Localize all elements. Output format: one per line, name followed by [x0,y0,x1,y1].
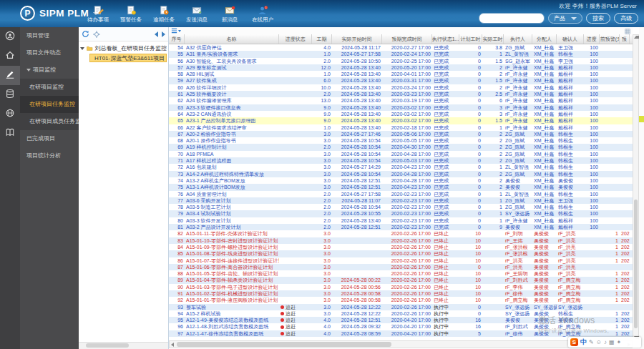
ime-emoji-icon[interactable]: ☺ [596,337,602,348]
rail-item-book[interactable] [0,124,20,143]
table-row[interactable]: 66A22 客户软件需求冻结评审1.02024-05-28 13:402020-… [169,124,633,131]
rail-item-home[interactable] [0,46,20,66]
task-name-link[interactable]: A23-3 软硬件接口信息表 [185,104,279,111]
table-row[interactable]: 92A15-01-01-零部件-液压阀板设计验证计划3.02024-05-28 … [169,297,633,303]
vertical-scroll-thumb[interactable] [634,200,638,328]
table-row[interactable]: 68A20-1 操作作业指导书3.02024-05-28 10:542020-0… [169,137,633,144]
table-row[interactable]: 90A15-01-03-零部件-电子进型设计验证计划3.02024-05-28 … [169,284,633,290]
task-name-link[interactable]: A12-1-47-徐伟冻结负责数模及图纸 [185,330,279,337]
task-name-link[interactable]: A20-2 检验作业指导书 [185,131,279,137]
task-name-link[interactable]: A32 供应商评估 [185,44,279,51]
task-name-link[interactable]: A15-01-01-零部件-液压阀板设计验证计划 [185,297,279,303]
task-name-link[interactable]: A03-2 产品设计开发计划 [185,224,279,230]
table-row[interactable]: 83A15-01-10-零部件-密封进型设计验证计划3.02020-02-26 … [169,237,633,244]
task-name-link[interactable]: A25 软件概要设计 [185,91,279,97]
rail-item-network[interactable] [0,104,20,124]
task-name-link[interactable]: A03-5 制造工艺计划 [185,204,279,210]
task-name-link[interactable]: A27 软件集成 [185,77,279,84]
column-header[interactable]: 预期完成时间 [382,34,432,44]
table-row[interactable]: 70A18 PFMEA3.02024-05-28 10:542020-04-28… [169,151,633,157]
column-header[interactable]: 实际工时 [482,34,504,44]
search-button[interactable]: 搜索 [586,13,610,24]
table-row[interactable]: 76A04 质量管理计划2.02024-05-27 17:582020-02-2… [169,191,633,197]
task-name-link[interactable]: A22 客户软件需求冻结评审 [185,124,279,131]
sidebar-item-project-management[interactable]: 项目管理 [20,27,79,44]
rail-item-database[interactable] [0,85,20,104]
column-header[interactable]: 序号 [169,34,185,44]
rail-item-edit[interactable] [0,66,20,85]
task-name-link[interactable]: A15-2 样机试验 [185,310,279,317]
search-category-select[interactable]: 产品 [548,13,582,24]
table-row[interactable]: 86A15-01-07-零部件-连接件进型设计验证计划3.02020-02-26… [169,257,633,264]
table-row[interactable]: 65A23-1 产品控制单元接口原理图9.02024-05-28 13:4020… [169,117,633,124]
horizontal-scroll-thumb[interactable] [177,342,391,347]
table-row[interactable]: 69A19 样机控制计划2.02024-05-28 10:542020-04-3… [169,144,633,150]
table-row[interactable]: 73A14-2 A样机过程特殊特性清单发放3.02024-05-28 10:54… [169,171,633,177]
table-row[interactable]: 77A03-6 采购开发计划2.02024-05-28 11:072020-02… [169,197,633,204]
header-tool-send-message[interactable]: 发送消息 [183,4,210,24]
task-name-link[interactable]: A16 包装规划 [185,164,279,170]
task-name-link[interactable]: A12-1-49-吴俊俊冻结总装数模及图纸 [185,317,279,323]
sidebar-item-project-statistics[interactable]: 项目统计分析 [20,147,79,164]
ime-keyboard-icon[interactable]: ▦ [609,337,615,348]
column-header[interactable]: 名称 [185,34,279,44]
table-row[interactable]: 63A23-3 软硬件接口信息表9.02024-05-28 13:402020-… [169,104,633,111]
table-row[interactable]: 84A15-01-09-零部件-螺栓进型设计验证计划3.02020-02-26 … [169,244,633,250]
task-name-link[interactable]: A19 样机控制计划 [185,144,279,150]
sidebar-item-project-file-activity[interactable]: 项目文件动态 [20,44,79,62]
header-tool-overdue-tasks[interactable]: 逾期任务 [150,4,177,24]
table-row[interactable]: 57A29 整车标定测试12.02024-05-28 13:402020-05-… [169,64,633,71]
advanced-search-button[interactable]: 高级 [614,13,638,24]
task-name-link[interactable]: A15-01-07-零部件-连接件进型设计验证计划 [185,257,279,264]
task-name-link[interactable]: A14-2 A样机过程特殊特性清单发放 [185,171,279,177]
table-row[interactable]: 81A03-2 产品设计开发计划2.02024-05-28 12:512020-… [169,224,633,230]
column-header[interactable]: 确认人 [557,34,584,44]
ime-tools-icon[interactable]: ✦ [616,337,621,348]
table-row[interactable]: 88A15-01-05-零部件-齿轮、轴设计验证计划3.02020-02-26 … [169,270,633,277]
table-row[interactable]: 74A13-2 A样机生产BOM发放3.02024-05-28 12:51202… [169,177,633,184]
task-name-link[interactable]: A23-1 产品控制单元接口原理图 [185,117,279,124]
task-name-link[interactable]: A13-2 A样机生产BOM发放 [185,177,279,184]
tree-expand-icon[interactable] [80,47,84,50]
task-name-link[interactable]: A17 样机过程流程图 [185,157,279,164]
column-header[interactable]: 工期 [312,34,332,44]
table-row[interactable]: 55A31 量具/实验设备需求1.02024-05-27 17:582020-0… [169,51,633,57]
table-row[interactable]: 61A25 软件概要设计2.02024-05-28 13:402020-03-2… [169,91,633,97]
header-tool-online-users[interactable]: 1在线用户 [249,4,276,24]
table-row[interactable]: 87A15-01-06-零部件-离合器设计验证计划3.02020-02-26 1… [169,264,633,270]
task-name-link[interactable]: A31 量具/实验设备需求 [185,51,279,57]
task-name-link[interactable]: A15-01-04-零部件-轴承类设计验证计划 [185,277,279,283]
task-name-link[interactable]: A12-1-48-刘胜武冻结负责数模及图纸 [185,323,279,330]
task-name-link[interactable]: A03-6 采购开发计划 [185,197,279,204]
table-row[interactable]: 78A03-5 制造工艺计划2.02024-05-28 10:542020-02… [169,204,633,210]
task-name-link[interactable]: A15-01-11-零部件-壳体设计验证计划 [185,230,279,237]
task-name-link[interactable]: A29 整车标定测试 [185,64,279,71]
table-row[interactable]: 67A20-2 检验作业指导书3.02024-05-27 17:462020-0… [169,131,633,137]
task-name-link[interactable]: A15-01-06-零部件-离合器设计验证计划 [185,264,279,270]
task-name-link[interactable]: A03-3 软件开发计划 [185,217,279,224]
table-row[interactable]: 71A17 样机过程流程图3.02024-05-28 10:542020-05-… [169,157,633,164]
table-row[interactable]: 93整车试验追赶3.02024-05-28 12:222020-02-26 17… [169,304,633,310]
search-input[interactable] [479,13,545,24]
ime-sogou-logo[interactable]: S [570,338,578,346]
column-header[interactable]: 进度状态 [279,34,312,44]
header-tool-alert-tasks[interactable]: 预警任务 [117,4,145,24]
task-name-link[interactable]: A15-01-02-零部件-机械进型设计验证计划 [185,290,279,297]
refresh-icon[interactable] [82,28,89,41]
scroll-left-icon[interactable] [171,343,174,347]
column-header[interactable]: 执行人 [504,34,532,44]
collapse-panel-left-icon[interactable] [155,31,158,37]
tree-child-node-selected[interactable]: HT01-深蓝气垫E3&611项目 [89,54,167,62]
table-row[interactable]: 60A26 软件详细设计10.02024-05-28 13:402020-03-… [169,84,633,91]
task-name-link[interactable]: A28 HIL测试 [185,71,279,77]
tree-root-node[interactable]: 刘总看板_在研项目任务监控 [80,44,167,52]
ime-pen-icon[interactable]: ✎ [589,337,594,348]
column-header[interactable]: 分配人 [532,34,557,44]
table-row[interactable]: 82A15-01-11-零部件-壳体设计验证计划3.02020-02-26 17… [169,230,633,237]
sidebar-item-inwork-member-task-monitor[interactable]: 在研项目成员任务监控 [20,113,79,130]
table-row[interactable]: 75A13-1 A样机设计BOM发放3.02024-05-28 12:51202… [169,184,633,190]
task-name-link[interactable]: A23-2 CAN通讯协议 [185,111,279,117]
task-name-link[interactable]: A20-1 操作作业指导书 [185,137,279,144]
task-name-link[interactable]: A30 智能化、工装夹具设备需求 [185,58,279,64]
horizontal-scrollbar[interactable] [169,340,633,348]
